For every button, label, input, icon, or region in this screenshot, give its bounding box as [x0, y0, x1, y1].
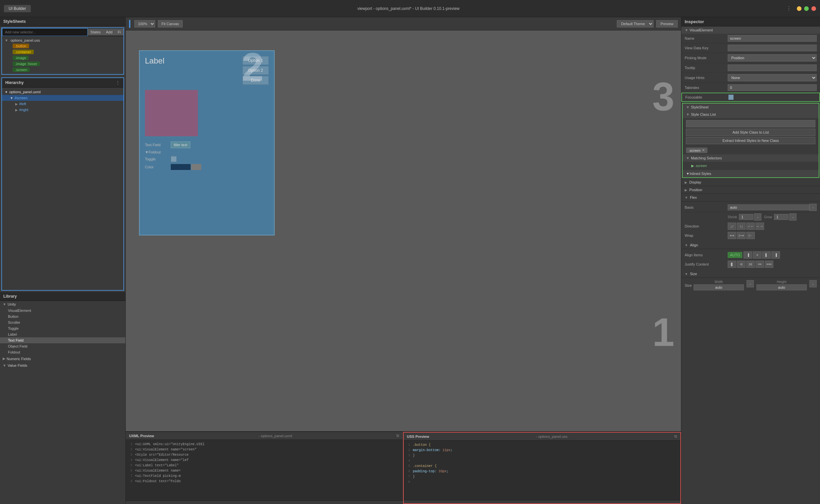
- jc-btn-1[interactable]: |▌: [728, 261, 736, 268]
- width-minus-button[interactable]: -: [747, 280, 754, 287]
- stylesheet-filename[interactable]: ▼ options_panel.uss: [5, 38, 121, 43]
- library-category-unity[interactable]: ▼ Unity: [0, 301, 125, 308]
- option1-button[interactable]: Option 1: [242, 56, 269, 65]
- visual-element-header[interactable]: ▼ VisualElement: [681, 26, 820, 34]
- usage-hints-select[interactable]: None: [728, 74, 817, 81]
- close-button[interactable]: [811, 6, 816, 11]
- flex-header[interactable]: ▼ Flex: [681, 194, 820, 201]
- shrink-minus-button[interactable]: -: [754, 213, 761, 221]
- css-class-button[interactable]: .button: [5, 43, 121, 49]
- maximize-button[interactable]: [804, 6, 809, 11]
- option2-button[interactable]: Option 2: [242, 66, 269, 75]
- filler-text-box[interactable]: filler text: [171, 142, 190, 148]
- extract-styles-button[interactable]: Extract Inlined Styles to New Class: [686, 137, 815, 144]
- tree-screen[interactable]: ▼ #screen: [2, 95, 123, 101]
- library-item-label[interactable]: Label: [0, 331, 125, 337]
- library-item-object-field[interactable]: Object Field: [0, 343, 125, 349]
- picking-mode-select[interactable]: Position: [728, 54, 817, 62]
- minimize-button[interactable]: [797, 6, 801, 11]
- size-header[interactable]: ▼ Size: [681, 270, 820, 278]
- tree-left[interactable]: ▶ #left: [2, 101, 123, 107]
- css-class-screen[interactable]: .screen: [5, 67, 121, 73]
- preview-button[interactable]: Preview: [656, 20, 678, 27]
- tree-right[interactable]: ▶ #right: [2, 107, 123, 113]
- jc-btn-2[interactable]: ≡|: [737, 261, 746, 268]
- align-items-auto[interactable]: AUTO: [728, 252, 742, 258]
- basis-input[interactable]: [728, 204, 809, 210]
- height-input[interactable]: [756, 284, 807, 290]
- display-row[interactable]: ▶ Display: [681, 179, 820, 186]
- uss-open-icon[interactable]: ⧉: [674, 434, 677, 439]
- ai-btn-4[interactable]: ▐: [771, 251, 780, 259]
- new-selector-input[interactable]: [2, 28, 88, 36]
- ui-builder-tab[interactable]: UI Builder: [4, 5, 31, 12]
- tabindex-input[interactable]: [728, 84, 817, 91]
- style-class-input[interactable]: [686, 120, 815, 127]
- color-bar[interactable]: [171, 164, 201, 170]
- ai-btn-3[interactable]: ▌: [762, 251, 771, 259]
- tree-root[interactable]: ▼ options_panel.uxml: [2, 89, 123, 95]
- hierarchy-menu-icon[interactable]: ⋮: [115, 80, 120, 85]
- dir-right-button[interactable]: →←: [746, 223, 755, 230]
- wrap-nowrap-button[interactable]: ⟷: [728, 232, 736, 239]
- dir-up-button[interactable]: ↑↓: [737, 223, 746, 230]
- stylesheet-header[interactable]: ▼ StyleSheet: [683, 104, 819, 111]
- css-class-container[interactable]: .container: [5, 49, 121, 55]
- uxml-scrollbar-h[interactable]: [126, 501, 403, 504]
- states-button[interactable]: States: [88, 29, 103, 35]
- css-tag-button[interactable]: .button: [13, 44, 29, 48]
- dir-down-button[interactable]: ↓↑: [728, 223, 736, 230]
- library-category-value[interactable]: ▼ Value Fields: [0, 362, 125, 369]
- library-item-foldout[interactable]: Foldout: [0, 349, 125, 355]
- class-tag-screen[interactable]: .screen ✕: [686, 147, 708, 153]
- css-tag-image-hover[interactable]: .image :hover: [13, 62, 40, 66]
- zoom-select[interactable]: 100%: [134, 20, 155, 27]
- shrink-input[interactable]: [739, 214, 754, 220]
- jc-btn-3[interactable]: |≡|: [746, 261, 755, 268]
- style-class-list-header[interactable]: ▼ Style Class List: [683, 111, 819, 118]
- height-minus-button[interactable]: -: [809, 280, 817, 287]
- library-category-numeric[interactable]: ▶ Numeric Fields: [0, 355, 125, 362]
- ai-btn-2[interactable]: ≡: [753, 251, 761, 259]
- wrap-wrap-reverse-button[interactable]: |←: [746, 232, 755, 239]
- grow-input[interactable]: [774, 214, 789, 220]
- menu-dots-icon[interactable]: ⋮: [786, 5, 792, 12]
- fit-canvas-button[interactable]: Fit Canvas: [158, 20, 183, 27]
- dir-left-button[interactable]: ←→: [755, 223, 764, 230]
- focusable-checkbox[interactable]: [728, 95, 734, 100]
- wrap-wrap-button[interactable]: |⟶: [737, 232, 746, 239]
- css-tag-container[interactable]: .container: [13, 50, 34, 54]
- name-input[interactable]: [728, 35, 817, 42]
- library-item-scroller[interactable]: Scroller: [0, 319, 125, 325]
- grow-minus-button[interactable]: -: [789, 213, 797, 221]
- library-item-visual-element[interactable]: VisualElement: [0, 308, 125, 314]
- css-class-image[interactable]: .image: [5, 55, 121, 61]
- ai-btn-1[interactable]: ▐: [744, 251, 752, 259]
- css-class-image-hover[interactable]: .image :hover: [5, 61, 121, 67]
- basis-minus-button[interactable]: -: [809, 204, 817, 211]
- width-input[interactable]: [694, 284, 744, 290]
- css-tag-image[interactable]: .image: [13, 56, 29, 60]
- add-style-class-button[interactable]: Add Style Class to List: [686, 129, 815, 136]
- css-tag-screen[interactable]: .screen: [13, 67, 30, 72]
- tooltip-input[interactable]: [728, 64, 817, 71]
- jc-btn-4[interactable]: ≡≡: [755, 261, 764, 268]
- scl-expand-icon: ▼: [686, 112, 690, 116]
- library-item-button[interactable]: Button: [0, 314, 125, 319]
- uxml-open-icon[interactable]: ⧉: [396, 434, 399, 438]
- library-item-text-field[interactable]: Text Field: [0, 337, 125, 343]
- matching-selectors-header[interactable]: ▼ Matching Selectors: [683, 154, 819, 162]
- inlined-styles-header[interactable]: ▼ Inlined Styles: [683, 170, 819, 177]
- jc-btn-5[interactable]: ≡≡≡: [765, 261, 773, 268]
- done-button[interactable]: Done: [242, 76, 269, 85]
- uss-scrollbar-h[interactable]: [404, 500, 681, 503]
- align-header[interactable]: ▼ Align: [681, 241, 820, 249]
- view-data-key-input[interactable]: [728, 45, 817, 51]
- toggle-box[interactable]: [171, 156, 177, 162]
- filter-button[interactable]: Fi: [115, 29, 123, 35]
- add-button[interactable]: Add: [103, 29, 115, 35]
- library-item-toggle[interactable]: Toggle: [0, 325, 125, 331]
- theme-select[interactable]: Default Theme: [617, 20, 654, 27]
- position-row[interactable]: ▶ Position: [681, 186, 820, 194]
- class-tag-remove-icon[interactable]: ✕: [702, 148, 705, 152]
